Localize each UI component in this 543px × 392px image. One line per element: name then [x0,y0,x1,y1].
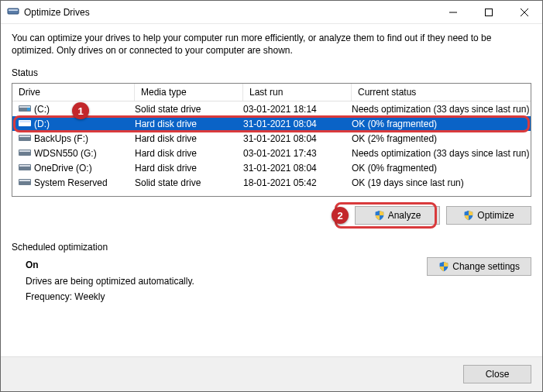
analyze-button[interactable]: Analyze [355,206,440,225]
media-type: Hard disk drive [135,133,243,144]
drive-name: (C:) [34,104,50,115]
analyze-label: Analyze [388,210,421,221]
titlebar: Optimize Drives [1,1,542,24]
th-last[interactable]: Last run [243,84,352,101]
th-media[interactable]: Media type [135,84,243,101]
close-button[interactable] [507,1,542,24]
status-label: Status [12,67,531,78]
scheduled-state: On [26,257,427,273]
last-run: 31-01-2021 08:04 [243,119,352,129]
svg-rect-14 [19,150,30,152]
media-type: Hard disk drive [135,119,243,129]
shield-icon [463,210,474,221]
drive-name: OneDrive (O:) [34,163,92,174]
current-status: Needs optimization (33 days since last r… [352,104,531,115]
th-status[interactable]: Current status [352,84,531,101]
drive-name: WDSN550 (G:) [34,148,97,159]
media-type: Hard disk drive [135,163,243,174]
last-run: 18-01-2021 05:42 [243,177,352,188]
intro-text: You can optimize your drives to help you… [12,32,531,57]
drive-icon [19,132,31,144]
annotation-marker-2: 2 [332,207,349,224]
svg-rect-1 [9,9,18,11]
last-run: 03-01-2021 17:43 [243,148,352,159]
svg-rect-18 [19,180,30,181]
svg-rect-12 [19,136,30,137]
table-row[interactable]: (D:)Hard disk drive31-01-2021 08:04OK (0… [12,116,531,131]
media-type: Solid state drive [135,177,243,188]
th-drive[interactable]: Drive [12,84,135,101]
drive-name: BackUps (F:) [34,133,88,144]
last-run: 31-01-2021 08:04 [243,163,352,174]
table-row[interactable]: (C:)Solid state drive03-01-2021 18:14Nee… [12,101,531,116]
maximize-button[interactable] [471,1,507,24]
current-status: Needs optimization (33 days since last r… [352,148,531,159]
drive-icon [19,177,31,188]
scheduled-freq: Frequency: Weekly [26,289,427,304]
drive-name: System Reserved [34,177,108,188]
last-run: 03-01-2021 18:14 [243,104,352,115]
optimize-button[interactable]: Optimize [446,206,531,225]
media-type: Solid state drive [135,104,243,115]
table-row[interactable]: OneDrive (O:)Hard disk drive31-01-2021 0… [12,160,531,175]
shield-icon [374,210,385,221]
action-buttons: 2 Analyze Optimize [12,206,531,225]
table-row[interactable]: System ReservedSolid state drive18-01-20… [12,175,531,190]
svg-rect-16 [19,165,30,167]
current-status: OK (0% fragmented) [352,119,531,129]
dialog-footer: Close [1,356,542,391]
drive-name: (D:) [34,119,50,129]
table-row[interactable]: BackUps (F:)Hard disk drive31-01-2021 08… [12,131,531,146]
svg-rect-3 [486,9,493,15]
close-dialog-button[interactable]: Close [463,365,531,383]
shield-icon [438,261,449,272]
scheduled-section: Scheduled optimization On Drives are bei… [12,242,531,304]
drive-icon [19,118,31,129]
drive-icon [19,162,31,174]
svg-rect-10 [19,121,30,122]
table-header: Drive Media type Last run Current status [12,84,531,101]
scheduled-desc: Drives are being optimized automatically… [26,273,427,289]
window-title: Optimize Drives [24,7,435,18]
drives-table: Drive Media type Last run Current status… [12,83,531,197]
scheduled-label: Scheduled optimization [12,242,531,253]
svg-rect-8 [27,108,30,111]
current-status: OK (2% fragmented) [352,133,531,144]
optimize-label: Optimize [477,210,514,221]
table-row[interactable]: WDSN550 (G:)Hard disk drive03-01-2021 17… [12,146,531,160]
media-type: Hard disk drive [135,148,243,159]
current-status: OK (19 days since last run) [352,177,531,188]
svg-rect-7 [19,106,30,108]
app-icon [7,5,19,19]
change-settings-label: Change settings [452,261,520,272]
close-label: Close [486,369,510,380]
change-settings-button[interactable]: Change settings [427,257,531,276]
minimize-button[interactable] [435,1,471,24]
drive-icon [19,147,31,159]
last-run: 31-01-2021 08:04 [243,133,352,144]
drive-icon [19,103,31,115]
current-status: OK (0% fragmented) [352,163,531,174]
